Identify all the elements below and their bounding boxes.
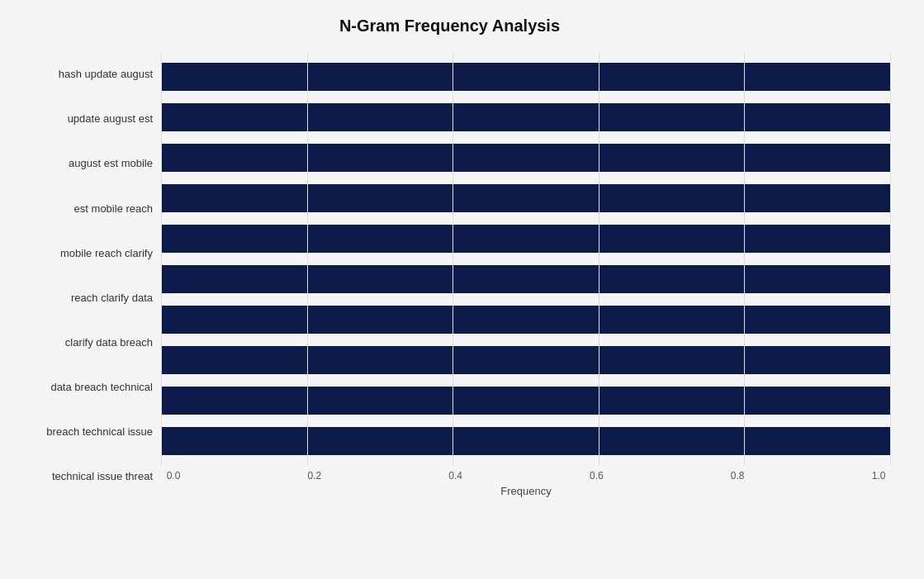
chart-container: N-Gram Frequency Analysis hash update au… [0, 0, 924, 579]
x-tick: 1.0 [866, 470, 891, 482]
x-tick: 0.0 [161, 470, 186, 482]
chart-title: N-Gram Frequency Analysis [8, 17, 891, 36]
bar-row [161, 342, 891, 378]
y-label: data breach technical [8, 367, 153, 408]
bar-row [161, 423, 891, 459]
bar [161, 346, 891, 374]
bar-row [161, 382, 891, 419]
chart-area: hash update augustupdate august estaugus… [8, 52, 891, 499]
bar [161, 387, 891, 415]
bar [161, 144, 891, 172]
y-label: mobile reach clarify [8, 232, 153, 273]
bar-row [161, 221, 891, 257]
bar [161, 265, 891, 293]
x-tick: 0.2 [302, 470, 327, 482]
bar [161, 184, 891, 212]
bar-row [161, 301, 891, 338]
x-tick: 0.8 [725, 470, 750, 482]
bars-and-x: 0.00.20.40.60.81.0 Frequency [161, 52, 891, 499]
x-tick: 0.6 [584, 470, 609, 482]
y-label: august est mobile [8, 143, 153, 184]
bar-row [161, 140, 891, 176]
bar-row [161, 261, 891, 297]
y-label: technical issue threat [8, 456, 153, 497]
bar [161, 63, 891, 91]
y-label: update august est [8, 98, 153, 140]
x-axis-label: Frequency [161, 485, 891, 497]
bar [161, 306, 891, 334]
bar-row [161, 180, 891, 216]
bar [161, 427, 891, 455]
bar-row [161, 59, 891, 95]
bar [161, 103, 891, 131]
bar-row [161, 99, 891, 135]
x-tick: 0.4 [443, 470, 468, 482]
y-label: hash update august [8, 54, 153, 95]
y-label: breach technical issue [8, 411, 153, 453]
bars-inner [161, 52, 891, 466]
y-label: est mobile reach [8, 187, 153, 229]
y-axis: hash update augustupdate august estaugus… [8, 52, 161, 499]
bar [161, 225, 891, 253]
y-label: clarify data breach [8, 322, 153, 363]
x-axis: 0.00.20.40.60.81.0 Frequency [161, 466, 891, 499]
bars-area [161, 52, 891, 466]
y-label: reach clarify data [8, 278, 153, 319]
x-ticks: 0.00.20.40.60.81.0 [161, 466, 891, 482]
